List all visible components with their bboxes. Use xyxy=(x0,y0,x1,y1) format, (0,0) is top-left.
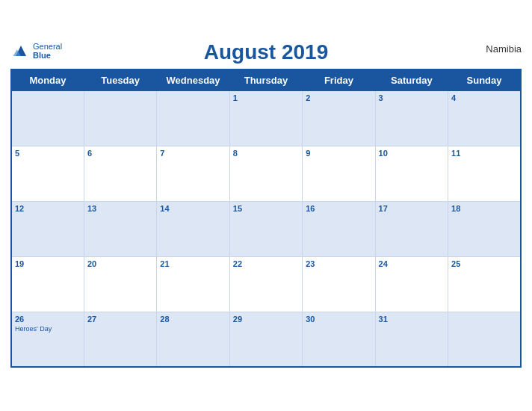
day-number: 15 xyxy=(233,204,299,213)
holiday-label: Heroes' Day xyxy=(15,325,81,333)
brand-text: General Blue xyxy=(33,42,62,60)
calendar-cell: 24 xyxy=(375,256,448,312)
brand-logo-icon xyxy=(10,40,31,61)
calendar-cell: 6 xyxy=(84,146,156,201)
day-number: 3 xyxy=(379,93,445,102)
day-number: 31 xyxy=(379,315,445,324)
calendar-cell: 20 xyxy=(84,256,156,312)
calendar-cell: 23 xyxy=(303,256,375,312)
calendar-cell: 22 xyxy=(229,256,302,312)
calendar-cell xyxy=(448,312,521,367)
calendar-header: General Blue August 2019 Namibia xyxy=(10,40,522,64)
calendar-cell: 25 xyxy=(448,256,521,312)
day-number: 12 xyxy=(15,204,81,213)
calendar-cell: 11 xyxy=(448,146,521,201)
day-number: 9 xyxy=(306,149,371,158)
day-number: 14 xyxy=(160,204,226,213)
calendar-cell: 13 xyxy=(84,201,156,256)
calendar-cell: 30 xyxy=(303,312,375,367)
calendar-row: 12131415161718 xyxy=(11,201,521,256)
weekday-tuesday: Tuesday xyxy=(84,69,156,91)
day-number: 21 xyxy=(160,259,226,268)
weekday-friday: Friday xyxy=(303,69,375,91)
weekday-sunday: Sunday xyxy=(448,69,521,91)
country-label: Namibia xyxy=(486,43,522,55)
calendar-grid: Monday Tuesday Wednesday Thursday Friday… xyxy=(10,69,522,368)
calendar-cell: 26Heroes' Day xyxy=(11,312,84,367)
calendar-cell: 8 xyxy=(229,146,302,201)
calendar-cell: 28 xyxy=(157,312,229,367)
day-number: 2 xyxy=(306,93,371,102)
calendar-cell: 19 xyxy=(11,256,84,312)
day-number: 11 xyxy=(451,149,517,158)
calendar-row: 1234 xyxy=(11,90,521,146)
calendar-cell xyxy=(11,90,84,146)
weekday-saturday: Saturday xyxy=(375,69,448,91)
weekday-thursday: Thursday xyxy=(229,69,302,91)
calendar-cell: 5 xyxy=(11,146,84,201)
calendar-cell: 27 xyxy=(84,312,156,367)
calendar-cell: 16 xyxy=(303,201,375,256)
day-number: 18 xyxy=(451,204,517,213)
day-number: 4 xyxy=(451,93,517,102)
day-number: 17 xyxy=(379,204,445,213)
weekday-monday: Monday xyxy=(11,69,84,91)
day-number: 25 xyxy=(451,259,517,268)
day-number: 30 xyxy=(306,315,371,324)
calendar-cell: 10 xyxy=(375,146,448,201)
day-number: 27 xyxy=(87,315,153,324)
calendar-cell: 12 xyxy=(11,201,84,256)
calendar-cell: 21 xyxy=(157,256,229,312)
calendar-title: August 2019 xyxy=(204,40,329,64)
calendar-cell xyxy=(84,90,156,146)
weekday-header-row: Monday Tuesday Wednesday Thursday Friday… xyxy=(11,69,521,91)
brand: General Blue xyxy=(10,40,62,61)
day-number: 28 xyxy=(160,315,226,324)
calendar-cell xyxy=(157,90,229,146)
day-number: 8 xyxy=(233,149,299,158)
calendar-cell: 15 xyxy=(229,201,302,256)
calendar-wrapper: General Blue August 2019 Namibia Monday … xyxy=(0,33,532,379)
day-number: 10 xyxy=(379,149,445,158)
calendar-row: 19202122232425 xyxy=(11,256,521,312)
day-number: 26 xyxy=(15,315,81,324)
calendar-cell: 14 xyxy=(157,201,229,256)
calendar-cell: 29 xyxy=(229,312,302,367)
calendar-cell: 7 xyxy=(157,146,229,201)
calendar-cell: 4 xyxy=(448,90,521,146)
day-number: 7 xyxy=(160,149,226,158)
calendar-cell: 18 xyxy=(448,201,521,256)
calendar-cell: 3 xyxy=(375,90,448,146)
day-number: 6 xyxy=(87,149,153,158)
day-number: 22 xyxy=(233,259,299,268)
day-number: 16 xyxy=(306,204,371,213)
day-number: 24 xyxy=(379,259,445,268)
day-number: 5 xyxy=(15,149,81,158)
calendar-cell: 2 xyxy=(303,90,375,146)
day-number: 19 xyxy=(15,259,81,268)
day-number: 1 xyxy=(233,93,299,102)
calendar-cell: 1 xyxy=(229,90,302,146)
weekday-wednesday: Wednesday xyxy=(157,69,229,91)
calendar-row: 567891011 xyxy=(11,146,521,201)
calendar-cell: 9 xyxy=(303,146,375,201)
day-number: 13 xyxy=(87,204,153,213)
calendar-row: 26Heroes' Day2728293031 xyxy=(11,312,521,367)
day-number: 20 xyxy=(87,259,153,268)
calendar-cell: 17 xyxy=(375,201,448,256)
calendar-cell: 31 xyxy=(375,312,448,367)
day-number: 23 xyxy=(306,259,371,268)
day-number: 29 xyxy=(233,315,299,324)
